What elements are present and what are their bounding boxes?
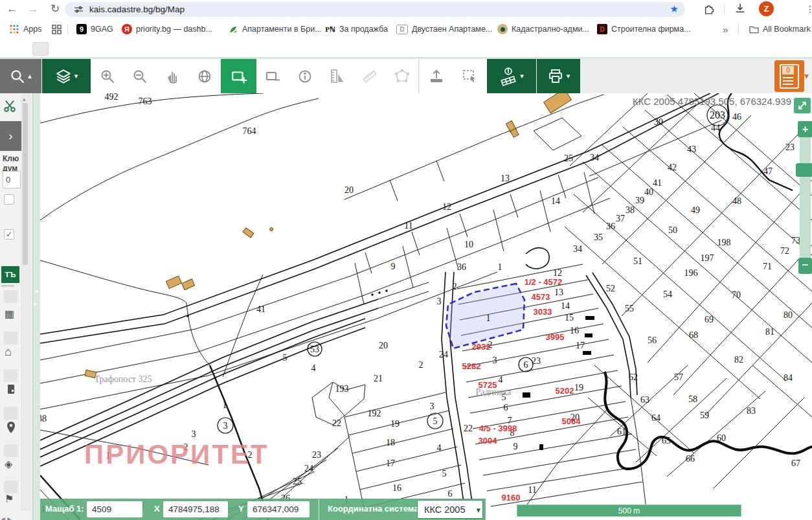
selected-parcel[interactable]	[446, 284, 524, 348]
tool-placeholder[interactable]	[4, 407, 17, 420]
download-icon[interactable]	[734, 3, 746, 17]
parcel-id-label: 2932	[472, 342, 491, 352]
cabinet-icon[interactable]	[5, 383, 17, 395]
pn-favicon: Pℕ	[325, 24, 335, 34]
bookmark-label: Двустаен Апартаме...	[412, 25, 492, 34]
map-canvas[interactable]: 4927637642013121114253410936123363534125…	[40, 93, 812, 520]
upload-button[interactable]	[420, 59, 454, 93]
parcel-number: 67	[791, 458, 800, 468]
orders-chevron-icon[interactable]: ▾	[804, 71, 809, 81]
info-button[interactable]	[289, 59, 322, 93]
apps-shortcut[interactable]: Apps	[9, 23, 42, 36]
bookmark-item[interactable]: Я priority.bg — dashb...	[122, 23, 212, 36]
x-input[interactable]: 4784975,188	[163, 501, 228, 517]
keyword-input[interactable]: 0	[3, 171, 21, 188]
zoom-slider-handle[interactable]	[796, 163, 812, 177]
avatar[interactable]: Z	[759, 1, 774, 16]
zoom-slider-track[interactable]	[800, 137, 811, 261]
parcel-number: 192	[368, 409, 381, 418]
reload-icon[interactable]: ↻	[48, 2, 62, 16]
parcel-number: 197	[701, 253, 714, 263]
zoom-in-button[interactable]	[91, 59, 124, 93]
bookmarks-overflow[interactable]: »	[723, 23, 728, 36]
draw-polygon-button[interactable]	[386, 59, 419, 93]
all-bookmarks[interactable]: All Bookmark	[749, 23, 811, 36]
parcel-number: 21	[374, 374, 383, 383]
forward-icon[interactable]: →	[26, 2, 40, 16]
collapse-right-icon[interactable]: ▸	[34, 300, 38, 307]
flag-icon[interactable]: ⚑	[5, 493, 14, 505]
home-icon[interactable]: ⌂	[5, 346, 12, 357]
extensions-icon[interactable]	[703, 3, 715, 17]
layers-info-button[interactable]: ▾	[487, 59, 536, 93]
filter-checkbox-checked[interactable]: ✓	[4, 229, 14, 240]
zoom-out-map-button[interactable]: −	[798, 258, 812, 274]
parcel-number: 5	[283, 353, 288, 363]
parcel-id-label: 9160	[502, 493, 521, 503]
parcel-number: 193	[335, 384, 349, 394]
parcel-id-label: 3995	[546, 332, 565, 342]
parcel-number: 6	[448, 489, 453, 499]
parcel-number: 54	[663, 289, 672, 299]
print-button[interactable]: ▾	[537, 59, 580, 93]
scale-input[interactable]: 4509	[87, 501, 142, 517]
bookmark-star-icon[interactable]: ★	[670, 3, 679, 15]
bookmark-item[interactable]: Апартаменти в Бри...	[228, 23, 322, 36]
bookmark-item[interactable]: D Строителна фирма...	[597, 23, 691, 36]
parcel-id-label: 5282	[462, 361, 481, 371]
parcel-number: 5	[442, 469, 447, 479]
y-input[interactable]: 676347,009	[247, 501, 310, 517]
pan-hand-button[interactable]	[156, 59, 189, 93]
bookmark-item[interactable]: D Двустаен Апартаме...	[396, 23, 492, 36]
location-pin-icon[interactable]	[5, 421, 17, 434]
parcel-number: 3	[493, 356, 497, 365]
back-icon[interactable]: ←	[5, 2, 19, 16]
select-rect-add-button[interactable]	[221, 59, 256, 93]
parcel-number: 36	[457, 262, 466, 272]
zoom-in-map-button[interactable]: +	[798, 121, 812, 137]
bookmark-item[interactable]: Pℕ За продажба	[325, 23, 388, 36]
reading-list-icon[interactable]	[52, 23, 62, 36]
more-menu-icon[interactable]: ⋮	[803, 2, 812, 16]
measure-distance-button[interactable]	[354, 59, 387, 93]
panel-expand-button[interactable]: ›	[0, 121, 21, 151]
marquee-select-button[interactable]	[453, 59, 488, 93]
scale-bar-label: 500 m	[618, 506, 640, 515]
crs-dropdown[interactable]: ККС 2005 ▾	[417, 500, 483, 519]
search-button[interactable]: ▴	[0, 59, 41, 93]
site-settings-icon[interactable]	[74, 5, 84, 17]
tool-placeholder[interactable]	[4, 332, 17, 345]
globe-button[interactable]	[188, 59, 221, 93]
parcel-number: 12	[442, 202, 451, 212]
sidebar-scrollbar[interactable]: ▴	[21, 95, 30, 510]
grid-icon[interactable]: ▦	[5, 308, 14, 320]
bookmark-item[interactable]: 9 9GAG	[76, 23, 113, 36]
collapse-left-icon[interactable]: ◂	[34, 288, 38, 294]
filter-checkbox[interactable]	[4, 194, 14, 205]
scissors-icon[interactable]	[3, 98, 17, 113]
fullscreen-button[interactable]	[794, 98, 811, 113]
search-submit-button[interactable]: ТЪ	[1, 266, 19, 283]
measure-area-button[interactable]	[321, 59, 354, 93]
parcel-number: 46	[732, 112, 741, 122]
search-collapse-icon[interactable]: ▴	[28, 72, 32, 80]
url-bar[interactable]: kais.cadastre.bg/bg/Map ★	[65, 2, 685, 17]
tool-placeholder[interactable]	[4, 444, 17, 457]
parcel-number: 82	[734, 355, 743, 365]
circled-number: 6	[524, 360, 528, 370]
parcel-number: 61	[617, 427, 626, 436]
scrollbar-thumb[interactable]	[23, 103, 28, 265]
parcel-number: 19	[574, 383, 583, 392]
separator	[67, 24, 68, 34]
scroll-up-icon[interactable]: ▴	[23, 96, 26, 102]
tool-placeholder[interactable]	[4, 369, 17, 382]
orders-menu-button[interactable]: 0	[774, 60, 804, 92]
tool-placeholder[interactable]	[4, 480, 17, 493]
layers-button[interactable]: ▾	[42, 59, 91, 93]
tool-placeholder[interactable]	[4, 290, 17, 303]
zoom-out-button[interactable]	[124, 59, 157, 93]
select-rect-remove-button[interactable]	[256, 59, 289, 93]
layers-diamond-icon[interactable]: ◈	[5, 458, 12, 470]
bookmark-item[interactable]: Кадастрално-адми...	[497, 23, 589, 36]
nav-arrows-icon[interactable]: ◂ ▸	[1, 513, 11, 520]
